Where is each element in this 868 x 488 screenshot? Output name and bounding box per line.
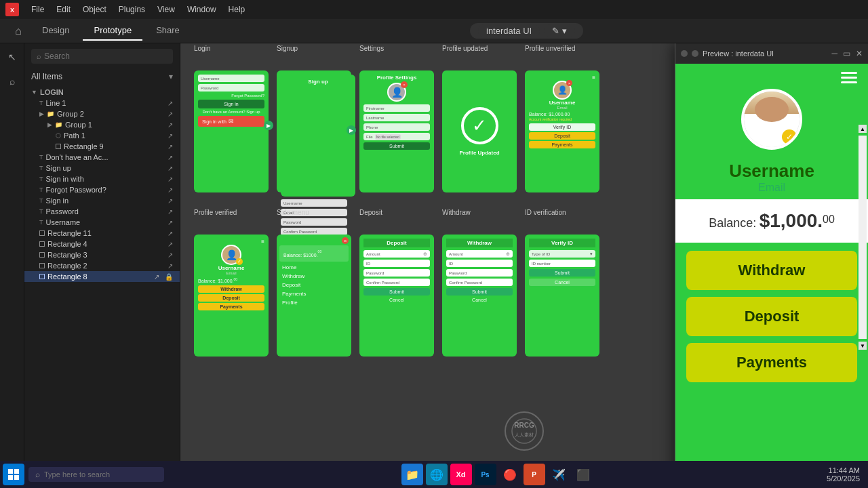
firstname-field: Firstname xyxy=(363,104,430,112)
tab-prototype[interactable]: Prototype xyxy=(83,21,142,41)
taskbar-app-files[interactable]: 📁 xyxy=(401,464,423,485)
menu-window[interactable]: Window xyxy=(182,3,222,16)
deposit-btn[interactable]: Deposit xyxy=(529,132,595,140)
layer-sign-up[interactable]: T Sign up ↗ xyxy=(24,163,180,174)
withdraw-label: Withdraw xyxy=(442,209,471,216)
taskbar-app-powerpoint[interactable]: P xyxy=(524,464,545,485)
next-arrow[interactable]: ▶ xyxy=(347,125,356,135)
layer-rect3[interactable]: Rectangle 3 ↗ xyxy=(24,249,180,260)
menu-withdraw[interactable]: Withdraw xyxy=(279,272,349,281)
signup-wrapper: Signup Sign up Username Email Password C… xyxy=(277,57,351,192)
menu-plugins[interactable]: Plugins xyxy=(113,3,151,16)
taskbar-search-box[interactable]: ⌕ xyxy=(28,467,164,482)
menu-edit[interactable]: Edit xyxy=(51,3,76,16)
cancel-btn[interactable]: Cancel xyxy=(529,279,595,286)
scroll-down[interactable]: ▼ xyxy=(859,342,867,350)
close-btn[interactable]: × xyxy=(342,237,349,244)
layers-header: ⌕ xyxy=(24,43,180,69)
profile-updated-wrapper: Profile updated ✓ Profile Updated xyxy=(442,57,517,192)
remove-icon[interactable]: × xyxy=(401,81,408,88)
withdraw-btn[interactable]: Withdraw xyxy=(198,285,264,293)
hamburger-icon[interactable] xyxy=(841,72,857,83)
taskbar-app-chrome[interactable]: 🔴 xyxy=(499,464,521,485)
menu-file[interactable]: File xyxy=(26,3,50,16)
taskbar-app-edge[interactable]: 🌐 xyxy=(426,464,448,485)
layer-sign-in-with[interactable]: T Sign in with ↗ xyxy=(24,174,180,184)
layers-panel: ⌕ All Items ▾ ▼ LOGIN T Line 1 ↗ ▶ 📁 Gro… xyxy=(24,43,180,488)
type-of-id-select[interactable]: Type of ID ▾ xyxy=(529,250,595,258)
layer-rect4[interactable]: Rectangle 4 ↗ xyxy=(24,239,180,249)
search-tool[interactable]: ⌕ xyxy=(4,73,20,89)
home-icon[interactable]: ⌂ xyxy=(8,21,28,41)
sign-in-with-btn[interactable]: Sign in with ✉ xyxy=(198,116,264,127)
submit-btn[interactable]: Submit xyxy=(446,288,513,296)
withdraw-button[interactable]: Withdraw xyxy=(686,251,857,290)
submit-btn[interactable]: Submit xyxy=(363,288,430,296)
no-account-text: Don't have an Account? Sign up xyxy=(198,110,264,114)
menu-help[interactable]: Help xyxy=(223,3,251,16)
svg-text:人人素材: 人人素材 xyxy=(515,432,534,438)
layer-line1[interactable]: T Line 1 ↗ xyxy=(24,98,180,108)
all-items-chevron[interactable]: ▾ xyxy=(169,72,173,81)
menu-view[interactable]: View xyxy=(152,3,180,16)
amount-field: Amount ⊕ xyxy=(363,250,430,258)
menu-home[interactable]: Home xyxy=(279,263,349,272)
layer-dont-have[interactable]: T Don't have an Ac... ↗ xyxy=(24,152,180,163)
menu-icon[interactable]: ≡ xyxy=(261,239,264,245)
cancel-btn[interactable]: Cancel xyxy=(363,298,430,302)
menu-deposit[interactable]: Deposit xyxy=(279,281,349,289)
settings-screen: Profile Settings 👤 × Firstname Lastname … xyxy=(359,70,434,192)
payments-btn[interactable]: Payments xyxy=(198,303,264,310)
svg-text:RRCG: RRCG xyxy=(514,422,534,429)
taskbar-time: 11:44 AM xyxy=(829,466,860,474)
taskbar-app-xd[interactable]: Xd xyxy=(450,464,472,485)
layer-path1[interactable]: ⬡ Path 1 ↗ xyxy=(24,130,180,141)
taskbar-search-input[interactable] xyxy=(44,470,157,479)
layer-rect9[interactable]: Rectangle 9 ↗ xyxy=(24,141,180,152)
scroll-up[interactable]: ▲ xyxy=(859,125,867,133)
payments-btn[interactable]: Payments xyxy=(529,141,595,148)
menu-payments[interactable]: Payments xyxy=(279,289,349,298)
verify-id-btn[interactable]: Verify ID xyxy=(529,123,595,131)
profile-unverified-wrapper: Profile unverified ≡ 👤 × Username xyxy=(525,57,599,192)
layer-group1[interactable]: ▶ 📁 Group 1 ↗ xyxy=(24,119,180,130)
layer-rect8[interactable]: Rectangle 8 ↗ 🔒 xyxy=(24,271,180,282)
tab-share[interactable]: Share xyxy=(145,21,191,41)
payments-button[interactable]: Payments xyxy=(686,343,857,382)
deposit-button[interactable]: Deposit xyxy=(686,297,857,336)
start-button[interactable] xyxy=(3,464,24,485)
layer-username[interactable]: T Username ↗ xyxy=(24,217,180,228)
search-input[interactable] xyxy=(44,52,167,61)
layer-sign-in[interactable]: T Sign in ↗ xyxy=(24,195,180,206)
deposit-btn[interactable]: Deposit xyxy=(198,294,264,302)
password-field: Password xyxy=(446,269,513,277)
layers-search[interactable]: ⌕ xyxy=(31,49,173,64)
layer-password[interactable]: T Password ↗ xyxy=(24,206,180,217)
menu-object[interactable]: Object xyxy=(77,3,112,16)
layer-forgot[interactable]: T Forgot Password? ↗ xyxy=(24,184,180,195)
menu-bar: X File Edit Object Plugins View Window H… xyxy=(0,0,868,19)
close-btn[interactable]: ✕ xyxy=(856,49,863,58)
next-arrow[interactable]: ▶ xyxy=(264,121,273,130)
email-icon: ✉ xyxy=(229,118,234,125)
submit-btn[interactable]: Submit xyxy=(363,142,430,150)
password-field: Password xyxy=(198,84,264,92)
profile-updated-text: Profile Updated xyxy=(459,150,499,156)
canvas[interactable]: Login Username Password Forgot Password?… xyxy=(180,43,868,488)
taskbar-app-telegram[interactable]: ✈️ xyxy=(548,464,570,485)
layer-rect2[interactable]: Rectangle 2 ↗ xyxy=(24,260,180,271)
taskbar-app-photoshop[interactable]: Ps xyxy=(475,464,496,485)
restore-btn[interactable]: ▭ xyxy=(843,49,850,58)
submit-btn[interactable]: Submit xyxy=(529,269,595,277)
taskbar-app-more[interactable]: ⬛ xyxy=(572,464,594,485)
layer-rect11[interactable]: Rectangle 11 ↗ xyxy=(24,228,180,239)
sign-in-btn[interactable]: Sign in xyxy=(198,100,264,108)
layer-group2[interactable]: ▶ 📁 Group 2 ↗ xyxy=(24,108,180,119)
tab-design[interactable]: Design xyxy=(31,21,80,41)
profile-updated-screen: ✓ Profile Updated xyxy=(442,70,517,192)
cancel-btn[interactable]: Cancel xyxy=(446,298,513,302)
menu-profile[interactable]: Profile xyxy=(279,298,349,307)
select-tool[interactable]: ↖ xyxy=(4,49,20,65)
menu-icon[interactable]: ≡ xyxy=(592,75,595,81)
minimize-btn[interactable]: ─ xyxy=(831,49,837,58)
